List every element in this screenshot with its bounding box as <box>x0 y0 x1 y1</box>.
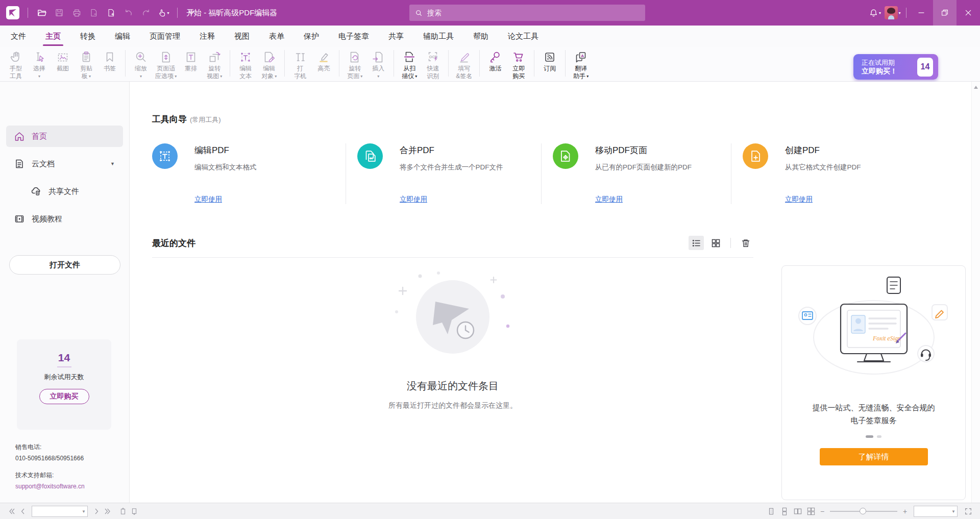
sidebar-item-home[interactable]: 首页 <box>6 126 123 147</box>
fullscreen-icon[interactable] <box>963 506 974 517</box>
ribbon-item-activate[interactable]: 激活 <box>483 48 507 72</box>
use-now-link[interactable]: 立即使用 <box>400 195 427 204</box>
sidebar-item-video-tutorials[interactable]: 视频教程 <box>6 208 123 230</box>
clear-recent-trash-button[interactable] <box>738 236 753 250</box>
next-page-icon[interactable] <box>91 506 102 517</box>
ribbon-item-reflow[interactable]: 重排 <box>179 48 203 72</box>
single-page-icon[interactable] <box>766 506 777 517</box>
use-now-link[interactable]: 立即使用 <box>595 195 623 204</box>
restore-button[interactable] <box>933 0 957 26</box>
sidebar-item-shared-files[interactable]: 共享文件 <box>6 181 123 202</box>
sidebar-item-cloud-docs[interactable]: 云文档▼ <box>6 153 123 175</box>
tab-file[interactable]: 文件 <box>1 26 36 47</box>
facing-continuous-icon[interactable] <box>805 506 817 517</box>
buy-now-button[interactable]: 立即购买 <box>39 389 89 404</box>
tab-comment[interactable]: 注释 <box>190 26 225 47</box>
account-avatar[interactable]: ▾ <box>883 5 903 20</box>
tab-home[interactable]: 主页 <box>36 26 70 47</box>
ribbon-item-scanner[interactable]: 从扫描仪 ▾ <box>398 48 421 80</box>
tab-esign[interactable]: 电子签章 <box>329 26 379 47</box>
content-scrollbar[interactable] <box>971 82 980 503</box>
zoom-slider[interactable] <box>830 506 897 517</box>
ribbon-item-label: 立即 <box>512 65 525 72</box>
tab-protect[interactable]: 保护 <box>294 26 329 47</box>
ribbon-item-translate[interactable]: A翻译助手 ▾ <box>569 48 593 80</box>
use-now-link[interactable]: 立即使用 <box>194 195 222 204</box>
zoom-level-input[interactable]: ▼ <box>914 506 958 517</box>
support-email-link[interactable]: support@foxitsoftware.cn <box>15 482 85 491</box>
ribbon-item-typewriter[interactable]: 打字机 <box>288 48 312 80</box>
redo-icon[interactable] <box>138 5 154 20</box>
ribbon-item-fill-sign[interactable]: 填写&签名 <box>452 48 476 80</box>
chevron-down-icon[interactable]: ▼ <box>82 509 86 514</box>
delete-page-icon[interactable] <box>86 5 102 20</box>
ribbon-item-select[interactable]: 选择▾ <box>28 48 51 80</box>
list-view-button[interactable] <box>689 236 704 250</box>
ribbon-item-edit-text[interactable]: 编辑文本 <box>234 48 257 80</box>
use-now-link[interactable]: 立即使用 <box>785 195 813 204</box>
search-box[interactable] <box>409 5 645 21</box>
trial-badge-line1: 正在试用期 <box>862 58 917 67</box>
zoom-in-icon[interactable]: + <box>901 507 909 515</box>
zoom-slider-knob[interactable] <box>860 508 866 514</box>
ribbon-toolbar: 手型工具选择▾截图剪贴板 ▾书签缩放▾页面适应选项 ▾重排旋转视图 ▾编辑文本编… <box>0 47 980 82</box>
last-page-icon[interactable] <box>102 506 113 517</box>
minimize-button[interactable] <box>910 0 933 26</box>
search-input[interactable] <box>427 9 640 17</box>
ribbon-item-rotate-view[interactable]: 旋转视图 ▾ <box>203 48 226 80</box>
menu-bar: 文件主页转换编辑页面管理注释视图表单保护电子签章共享辅助工具帮助论文工具 <box>0 26 980 47</box>
ribbon-item-clipboard[interactable]: 剪贴板 ▾ <box>75 48 98 80</box>
sidebar-item-label: 视频教程 <box>32 214 62 224</box>
ribbon-item-hand-tool[interactable]: 手型工具 <box>4 48 28 80</box>
grid-view-button[interactable] <box>708 236 723 250</box>
continuous-page-icon[interactable] <box>779 506 790 517</box>
open-file-icon[interactable] <box>34 5 50 20</box>
first-page-icon[interactable] <box>6 506 17 517</box>
ribbon-item-rotate-page[interactable]: 旋转页面 ▾ <box>343 48 366 80</box>
tab-view[interactable]: 视图 <box>225 26 259 47</box>
undo-icon[interactable] <box>121 5 136 20</box>
tab-share[interactable]: 共享 <box>379 26 413 47</box>
tab-accessibility[interactable]: 辅助工具 <box>413 26 463 47</box>
tab-form[interactable]: 表单 <box>259 26 294 47</box>
chevron-down-icon[interactable]: ▼ <box>951 509 955 514</box>
tab-edit[interactable]: 编辑 <box>105 26 140 47</box>
ribbon-item-buy[interactable]: 立即购买 <box>507 48 530 80</box>
notifications-bell-icon[interactable]: ▾ <box>867 5 883 20</box>
add-page-icon[interactable] <box>104 5 119 20</box>
ribbon-item-ocr[interactable]: OCR快速识别 <box>421 48 445 80</box>
zoom-out-icon[interactable]: − <box>819 507 826 515</box>
ribbon-item-label: 从扫 <box>403 65 415 72</box>
tab-convert[interactable]: 转换 <box>70 26 105 47</box>
ribbon-item-label: 应选项 ▾ <box>155 72 177 80</box>
ribbon-item-highlight[interactable]: 高亮 <box>312 48 335 72</box>
facing-page-icon[interactable] <box>792 506 803 517</box>
ribbon-item-snapshot[interactable]: 截图 <box>51 48 75 72</box>
chevron-down-icon[interactable]: ▼ <box>110 161 115 166</box>
tab-paper-tools[interactable]: 论文工具 <box>498 26 548 47</box>
prev-view-icon[interactable] <box>117 506 129 517</box>
carousel-dots[interactable] <box>782 435 965 438</box>
ribbon-item-edit-object[interactable]: 编辑对象 ▾ <box>257 48 281 80</box>
scroll-up-arrow-icon[interactable] <box>974 86 978 89</box>
ribbon-item-fit-page[interactable]: 页面适应选项 ▾ <box>153 48 179 80</box>
learn-more-button[interactable]: 了解详情 <box>820 448 928 465</box>
trial-purchase-badge[interactable]: 正在试用期 立即购买！ 14 <box>853 54 938 80</box>
ribbon-item-zoom[interactable]: 缩放▾ <box>129 48 153 80</box>
ribbon-item-label: 文本 <box>239 72 252 80</box>
prev-page-icon[interactable] <box>17 506 29 517</box>
close-button[interactable] <box>957 0 980 26</box>
save-icon[interactable] <box>52 5 67 20</box>
page-number-input[interactable]: ▼ <box>32 506 88 517</box>
tool-card-desc: 将多个文件合并生成一个PDF文件 <box>400 163 503 172</box>
print-icon[interactable] <box>69 5 84 20</box>
hand-pointer-icon[interactable]: ▾ <box>156 5 171 20</box>
ribbon-item-insert-page[interactable]: 插入▾ <box>366 48 390 80</box>
next-view-icon[interactable] <box>129 506 140 517</box>
tab-page-manage[interactable]: 页面管理 <box>140 26 190 47</box>
open-file-button[interactable]: 打开文件 <box>9 255 120 275</box>
ribbon-item-bookmark[interactable]: 书签 <box>98 48 121 72</box>
tab-help[interactable]: 帮助 <box>463 26 498 47</box>
divider <box>230 50 230 77</box>
ribbon-item-subscribe[interactable]: 订阅 <box>538 48 561 72</box>
